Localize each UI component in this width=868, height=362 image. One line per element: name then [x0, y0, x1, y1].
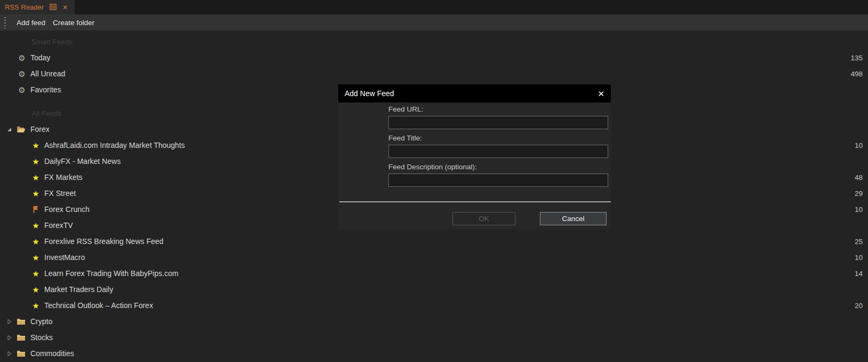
unread-count: 20: [855, 302, 868, 310]
feed-label: Market Traders Daily: [44, 285, 113, 294]
section-label: All Feeds: [31, 109, 61, 117]
unread-count: 498: [850, 70, 868, 78]
feed-title-input[interactable]: [388, 145, 608, 158]
unread-count: 10: [855, 141, 868, 149]
unread-count: 10: [855, 254, 868, 262]
feed-label: Learn Forex Trading With BabyPips.com: [44, 269, 178, 278]
folder-label: Stocks: [30, 333, 53, 342]
feed-description-label: Feed Description (optional):: [388, 162, 608, 172]
feed-label: DailyFX - Market News: [44, 157, 121, 166]
feed-label: InvestMacro: [44, 253, 85, 262]
folder-label: Forex: [30, 125, 50, 133]
star-feed-icon: ★: [31, 158, 40, 166]
feed-label: ForexTV: [44, 221, 73, 230]
feed-item[interactable]: ★ Market Traders Daily: [0, 281, 868, 297]
expand-arrow-icon[interactable]: [5, 350, 13, 357]
feed-url-label: Feed URL:: [388, 105, 608, 114]
float-window-icon[interactable]: [50, 3, 57, 12]
feed-label: Favorites: [30, 85, 61, 94]
unread-count: 48: [855, 174, 868, 182]
ok-button[interactable]: OK: [452, 212, 515, 225]
folder-crypto[interactable]: Crypto: [0, 313, 868, 329]
section-header-smart-feeds: Smart Feeds: [0, 34, 868, 50]
feed-label: Forex Crunch: [44, 205, 90, 214]
tab-rss-reader[interactable]: RSS Reader ✕: [0, 0, 75, 14]
star-feed-icon: ★: [31, 238, 40, 246]
add-feed-button[interactable]: Add feed: [13, 19, 49, 27]
feed-title-label: Feed Title:: [388, 133, 608, 143]
open-folder-icon: [17, 125, 26, 133]
folder-stocks[interactable]: Stocks: [0, 329, 868, 345]
star-feed-icon: ★: [31, 254, 40, 262]
star-feed-icon: ★: [31, 270, 40, 278]
folder-label: Crypto: [30, 317, 52, 326]
feed-label: Forexlive RSS Breaking News Feed: [44, 237, 163, 246]
section-label: Smart Feeds: [31, 38, 73, 46]
tab-close-icon[interactable]: ✕: [62, 4, 68, 11]
unread-count: 25: [855, 238, 868, 246]
dialog-close-icon[interactable]: ✕: [598, 90, 604, 98]
dialog-separator: [339, 201, 611, 202]
closed-folder-icon: [17, 350, 26, 357]
rss-reader-window: RSS Reader ✕ Add feed Create folder Smar…: [0, 0, 868, 362]
star-feed-icon: ★: [31, 190, 40, 198]
feed-label: FX Markets: [44, 173, 83, 182]
add-new-feed-dialog: Add New Feed ✕ Feed URL: Feed Title: Fee…: [338, 84, 611, 230]
star-feed-icon: ★: [31, 286, 40, 294]
unread-count: 14: [855, 270, 868, 278]
feed-label: All Unread: [30, 69, 65, 78]
closed-folder-icon: [17, 334, 26, 341]
star-feed-icon: ★: [31, 174, 40, 182]
smart-feed-all-unread[interactable]: ⚙ All Unread 498: [0, 66, 868, 82]
unread-count: 10: [855, 206, 868, 214]
smart-feed-icon: ⚙: [18, 86, 26, 94]
tab-bar: RSS Reader ✕: [0, 0, 868, 14]
feed-item[interactable]: ★ Learn Forex Trading With BabyPips.com …: [0, 265, 868, 281]
unread-count: 29: [855, 190, 868, 198]
cancel-button[interactable]: Cancel: [540, 212, 607, 225]
smart-feed-icon: ⚙: [18, 54, 26, 62]
dialog-titlebar[interactable]: Add New Feed ✕: [338, 84, 611, 103]
collapse-arrow-icon[interactable]: [5, 125, 13, 133]
toolbar-grip-handle[interactable]: [4, 17, 6, 28]
feed-url-input[interactable]: [388, 116, 608, 129]
forex-crunch-flag-icon: [31, 206, 40, 214]
feed-item[interactable]: ★ InvestMacro 10: [0, 249, 868, 265]
dialog-form: Feed URL: Feed Title: Feed Description (…: [388, 105, 608, 191]
toolbar: Add feed Create folder: [0, 14, 868, 30]
feed-item[interactable]: ★ Technical Outlook – Action Forex 20: [0, 297, 868, 313]
expand-arrow-icon[interactable]: [5, 318, 13, 325]
smart-feed-today[interactable]: ⚙ Today 135: [0, 50, 868, 66]
star-feed-icon: ★: [31, 302, 40, 310]
feed-label: Today: [30, 53, 50, 62]
expand-arrow-icon[interactable]: [5, 334, 13, 341]
feed-description-input[interactable]: [388, 174, 608, 187]
feed-label: AshrafLaidi.com Intraday Market Thoughts: [44, 141, 185, 149]
tab-title: RSS Reader: [5, 3, 44, 11]
folder-label: Commodities: [30, 349, 74, 358]
dialog-title: Add New Feed: [345, 89, 394, 98]
unread-count: 135: [850, 54, 868, 62]
feed-label: FX Street: [44, 189, 76, 198]
smart-feed-icon: ⚙: [18, 70, 26, 78]
closed-folder-icon: [17, 318, 26, 325]
star-feed-icon: ★: [31, 141, 40, 149]
star-feed-icon: ★: [31, 222, 40, 230]
create-folder-button[interactable]: Create folder: [49, 19, 98, 27]
feed-item[interactable]: ★ Forexlive RSS Breaking News Feed 25: [0, 233, 868, 249]
folder-commodities[interactable]: Commodities: [0, 345, 868, 361]
feed-label: Technical Outlook – Action Forex: [44, 301, 153, 310]
